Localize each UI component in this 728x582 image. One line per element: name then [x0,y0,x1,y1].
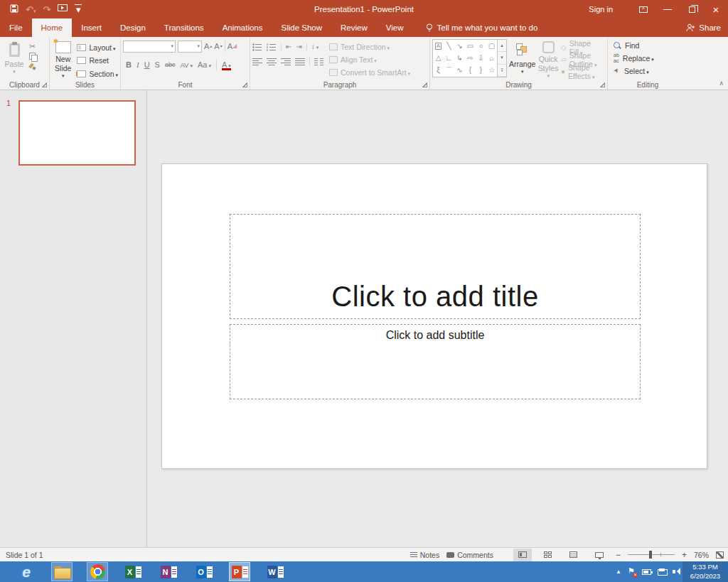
gallery-scroll-up-icon[interactable]: ▲ [498,40,506,52]
ribbon-display-options-icon[interactable] [631,0,655,18]
collapse-ribbon-icon[interactable]: ∧ [719,80,724,87]
taskbar-clock[interactable]: 5:33 PM 6/20/2023 [682,561,728,582]
action-center-flag-icon[interactable] [628,568,636,576]
cut-icon[interactable]: ✂ [29,42,37,50]
columns-icon[interactable] [314,58,323,65]
gallery-scroll-down-icon[interactable]: ▼ [498,52,506,64]
select-button[interactable]: Select [614,66,685,76]
align-center-icon[interactable] [267,58,277,65]
font-dialog-launcher-icon[interactable] [242,82,247,87]
gallery-more-icon[interactable]: ⊽ [498,65,506,77]
tab-slide-show[interactable]: Slide Show [272,18,332,37]
align-right-icon[interactable] [281,58,291,65]
slide-sorter-view-button[interactable] [539,549,557,561]
title-placeholder[interactable]: Click to add title [230,214,641,319]
slide-1-thumbnail[interactable] [18,100,136,166]
tab-transitions[interactable]: Transitions [155,18,213,37]
slide-canvas[interactable]: Click to add title Click to add subtitle [161,163,707,469]
underline-button[interactable]: U [144,60,150,69]
taskbar-chrome-icon[interactable] [87,562,108,581]
decrease-indent-icon[interactable]: ⇤ [286,43,291,50]
numbering-icon[interactable] [267,43,277,51]
replace-button[interactable]: abac Replace [614,53,685,63]
clear-formatting-icon[interactable]: A◢ [228,43,237,50]
font-size-combobox[interactable] [178,41,202,53]
layout-button[interactable]: Layout [77,42,118,53]
shrink-font-button[interactable]: A▾ [214,43,222,50]
tell-me-box[interactable]: Tell me what you want to do [426,18,538,37]
line-spacing-icon[interactable]: ↕ [311,43,319,50]
font-name-combobox[interactable] [123,41,176,53]
justify-icon[interactable] [295,58,305,65]
convert-to-smartart-button[interactable]: Convert to SmartArt [329,68,410,77]
shape-scribble-icon[interactable]: ξ [437,67,439,74]
shape-arrow-icon[interactable]: ↘ [456,43,462,50]
restore-icon[interactable] [680,0,704,18]
comments-button[interactable]: Comments [446,551,493,559]
subtitle-placeholder[interactable]: Click to add subtitle [230,324,641,399]
taskbar-file-explorer-icon[interactable] [51,562,73,581]
zoom-slider[interactable] [628,554,675,555]
tab-home[interactable]: Home [32,18,73,37]
change-case-button[interactable]: Aa [198,60,211,69]
tab-design[interactable]: Design [111,18,155,37]
taskbar-powerpoint-icon[interactable]: P [229,562,250,581]
slide-show-button[interactable] [590,549,609,561]
new-slide-button[interactable]: New Slide▾ [52,39,74,80]
slide-thumbnail-panel[interactable]: 1 [0,90,147,547]
battery-icon[interactable] [642,569,651,575]
taskbar-excel-icon[interactable]: X [122,562,144,581]
shape-down-arrow-icon[interactable]: ⇩ [478,55,483,62]
taskbar-internet-explorer-icon[interactable]: e [16,562,37,581]
paragraph-dialog-launcher-icon[interactable] [422,82,427,87]
clipboard-dialog-launcher-icon[interactable] [42,82,47,87]
shape-elbow-connector-icon[interactable]: ∟ [446,55,453,62]
format-painter-icon[interactable] [29,63,37,70]
fit-slide-to-window-icon[interactable] [716,551,724,559]
shape-star-icon[interactable]: ☆ [488,67,495,74]
paste-button[interactable]: Paste▾ [2,39,26,80]
copy-icon[interactable] [29,53,36,60]
zoom-slider-thumb[interactable] [649,551,652,559]
shape-arc-icon[interactable]: ⌒ [446,67,453,74]
tab-animations[interactable]: Animations [213,18,272,37]
shape-right-arrow-icon[interactable]: ⇨ [467,55,473,62]
font-color-button[interactable]: A [222,60,231,69]
normal-view-button[interactable] [513,549,532,561]
speaker-icon[interactable] [673,568,681,576]
shape-elbow-arrow-connector-icon[interactable]: ↳ [456,55,462,62]
bullets-icon[interactable] [252,43,262,51]
shape-right-brace-icon[interactable]: } [480,67,482,74]
italic-button[interactable]: I [136,60,139,69]
tab-view[interactable]: View [377,18,413,37]
network-icon[interactable] [658,568,666,576]
character-spacing-button[interactable]: AV [180,61,192,69]
sign-in-button[interactable]: Sign in [589,5,613,14]
reset-button[interactable]: Reset [77,55,118,66]
shape-rectangle-icon[interactable]: ▭ [467,43,473,50]
zoom-out-icon[interactable]: − [616,550,621,560]
quick-styles-button[interactable]: Quick Styles▾ [537,39,559,80]
text-shadow-button[interactable]: S [155,60,160,69]
align-text-button[interactable]: Align Text [329,55,410,65]
zoom-level[interactable]: 76% [694,551,709,559]
taskbar-word-icon[interactable]: W [264,562,286,581]
taskbar-outlook-icon[interactable]: O [193,562,215,581]
zoom-in-icon[interactable]: + [682,550,687,560]
close-icon[interactable]: × [704,0,728,18]
tab-insert[interactable]: Insert [72,18,111,37]
increase-indent-icon[interactable]: ⇥ [296,43,301,50]
text-direction-button[interactable]: Text Direction [329,42,410,52]
reading-view-button[interactable] [564,549,583,561]
section-button[interactable]: Section [77,68,118,80]
tab-file[interactable]: File [0,18,32,37]
shape-snip-corner-icon[interactable]: ⌂ [489,55,493,62]
tab-review[interactable]: Review [331,18,377,37]
notes-button[interactable]: Notes [410,551,439,559]
shape-curve-icon[interactable]: ∿ [456,67,462,74]
find-button[interactable]: Find [614,41,685,50]
shape-left-brace-icon[interactable]: { [469,67,471,74]
align-left-icon[interactable] [252,58,262,65]
strikethrough-button[interactable]: abc [165,61,176,68]
bold-button[interactable]: B [126,60,132,69]
